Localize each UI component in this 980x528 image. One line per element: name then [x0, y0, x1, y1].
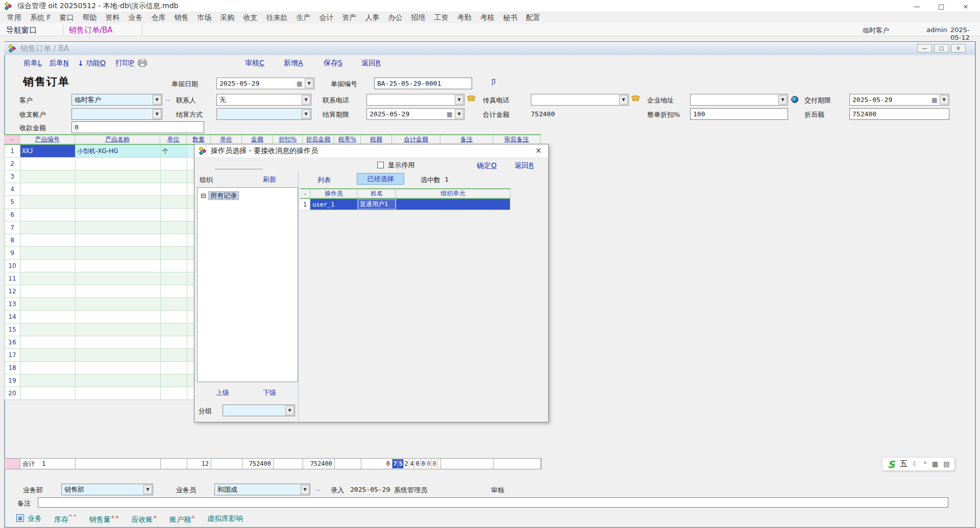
dialog-ok-button[interactable]: 确定O [477, 161, 497, 170]
grid-cell-r6-c2[interactable] [76, 209, 161, 221]
grid-cell-r18-c3[interactable] [161, 362, 187, 374]
grid-cell-r1-c0[interactable]: 1 [5, 145, 20, 157]
fax-phone-icon[interactable] [631, 94, 641, 103]
remark-input[interactable] [38, 497, 948, 508]
menu-item-13[interactable]: 生产 [297, 13, 311, 22]
account-combo[interactable] [71, 108, 162, 120]
op-row-name[interactable]: 普通用户1 [358, 199, 396, 210]
grid-cell-r18-c0[interactable]: 18 [5, 362, 20, 374]
tree-root-item[interactable]: ⊟ 所有记录 [201, 191, 298, 200]
grid-cell-r13-c2[interactable] [76, 298, 161, 310]
menu-item-4[interactable]: 帮助 [83, 13, 97, 22]
menu-item-8[interactable]: 销售 [175, 13, 189, 22]
grid-cell-r2-c0[interactable]: 2 [5, 158, 20, 170]
menu-item-7[interactable]: 仓库 [152, 13, 166, 22]
op-col-dash[interactable]: - [304, 190, 306, 197]
grid-cell-r16-c0[interactable]: 16 [5, 336, 20, 348]
grid-header-cell-7[interactable]: 折扣% [273, 135, 303, 144]
grid-cell-r5-c3[interactable] [161, 196, 187, 208]
address-combo[interactable] [690, 94, 788, 106]
grid-cell-r14-c2[interactable] [76, 311, 161, 323]
grid-header-cell-11[interactable]: 合计金额 [392, 135, 440, 144]
print-button[interactable]: 打印P [115, 59, 134, 68]
close-icon[interactable]: × [961, 3, 971, 10]
prev-doc-button[interactable]: 前单L [23, 59, 42, 68]
dropdown-arrow-icon[interactable] [285, 406, 294, 415]
grid-cell-r7-c3[interactable] [161, 221, 187, 234]
salesman-more-button[interactable]: .. [315, 485, 321, 492]
grid-cell-r18-c1[interactable] [20, 362, 76, 374]
footer-link-6[interactable]: 虚拟库影响 [207, 514, 243, 523]
grid-cell-r12-c2[interactable] [76, 285, 161, 297]
grid-cell-r15-c1[interactable] [20, 323, 76, 336]
grid-cell-r10-c1[interactable] [20, 260, 76, 272]
menu-item-11[interactable]: 收支 [243, 13, 258, 22]
grid-cell-r16-c2[interactable] [76, 336, 161, 348]
maximize-icon[interactable]: □ [936, 3, 946, 10]
grid-cell-r15-c0[interactable]: 15 [5, 323, 20, 336]
dropdown-arrow-icon[interactable] [940, 95, 948, 105]
org-tree[interactable]: ⊟ 所有记录 [197, 187, 298, 382]
show-disabled-checkbox[interactable]: 显示停用 [377, 161, 414, 170]
dept-combo[interactable]: 销售部 [61, 484, 153, 495]
grid-cell-r4-c0[interactable]: 4 [5, 183, 20, 195]
footer-link-5[interactable]: 账户额+ [169, 514, 195, 524]
grid-cell-r8-c0[interactable]: 8 [5, 234, 20, 246]
grid-cell-r15-c3[interactable] [161, 323, 187, 336]
doc-no-field[interactable]: BA-25-05-29-0001 [374, 78, 472, 89]
footer-link-2[interactable]: 库存^^ [54, 514, 77, 524]
grid-cell-r2-c3[interactable] [161, 158, 187, 170]
doc-restore-icon[interactable]: □ [934, 44, 949, 53]
grid-cell-r17-c2[interactable] [76, 349, 161, 361]
tree-up-button[interactable]: 上级 [216, 388, 229, 397]
grid-header-cell-5[interactable]: 单价 [211, 135, 242, 144]
grid-cell-r14-c0[interactable]: 14 [5, 311, 20, 323]
grid-cell-r2-c1[interactable] [20, 158, 76, 170]
grid-cell-r7-c2[interactable] [76, 221, 161, 234]
ime-icon-4[interactable]: ▤ [943, 460, 949, 468]
grid-cell-r18-c2[interactable] [76, 362, 161, 374]
dropdown-arrow-icon[interactable] [302, 109, 310, 119]
ime-icon-1[interactable]: ☾ [913, 460, 919, 468]
doc-date-field[interactable]: 2025-05-29 [216, 78, 314, 89]
footer-link-3[interactable]: 销售量++ [89, 514, 119, 524]
grid-cell-r17-c3[interactable] [161, 349, 187, 361]
menu-item-15[interactable]: 资产 [342, 13, 357, 22]
grid-cell-r10-c0[interactable]: 10 [5, 260, 20, 272]
menu-item-18[interactable]: 招培 [411, 13, 426, 22]
settle-method-combo[interactable] [216, 108, 311, 120]
op-row-org[interactable] [396, 199, 510, 210]
next-doc-button[interactable]: 后单N [49, 59, 68, 68]
grid-cell-r11-c2[interactable] [76, 272, 161, 285]
grid-cell-r3-c2[interactable] [76, 170, 161, 183]
menu-item-6[interactable]: 业务 [129, 13, 143, 22]
grid-cell-r12-c1[interactable] [20, 285, 76, 297]
grid-cell-r3-c0[interactable]: 3 [5, 170, 20, 183]
grid-header-cell-0[interactable]: - [4, 135, 20, 144]
customer-combo[interactable]: 临时客户 [71, 94, 162, 106]
grid-cell-r8-c3[interactable] [161, 234, 187, 246]
dropdown-arrow-icon[interactable] [778, 95, 787, 105]
op-col-org[interactable]: 组织单元 [441, 189, 465, 198]
grid-cell-r5-c1[interactable] [20, 196, 76, 208]
grid-cell-r9-c3[interactable] [161, 247, 187, 259]
grid-cell-r5-c0[interactable]: 5 [5, 196, 20, 208]
discounted-field[interactable]: 752400 [849, 108, 949, 120]
grid-header-cell-13[interactable]: 审后备注 [493, 135, 541, 144]
deliver-by-field[interactable]: 2025-05-29 [849, 94, 949, 106]
dropdown-arrow-icon[interactable] [302, 95, 310, 105]
grid-cell-r19-c3[interactable] [161, 374, 187, 387]
grid-cell-r11-c0[interactable]: 11 [5, 272, 20, 285]
checkbox-icon[interactable] [377, 162, 384, 168]
dialog-close-icon[interactable]: × [533, 146, 544, 156]
grid-cell-r17-c0[interactable]: 17 [5, 349, 20, 361]
menu-item-17[interactable]: 办公 [388, 13, 403, 22]
customer-more-button[interactable]: .. [165, 95, 170, 103]
dropdown-arrow-icon[interactable] [143, 485, 152, 494]
grid-cell-r9-c1[interactable] [20, 247, 76, 259]
save-button[interactable]: 保存S [324, 59, 342, 68]
minimize-icon[interactable]: — [912, 3, 922, 10]
grid-cell-r10-c3[interactable] [161, 260, 187, 272]
ime-toolbar[interactable]: S 五 ☾°▦▤ [882, 457, 955, 471]
grid-header-cell-6[interactable]: 金额 [242, 135, 273, 144]
